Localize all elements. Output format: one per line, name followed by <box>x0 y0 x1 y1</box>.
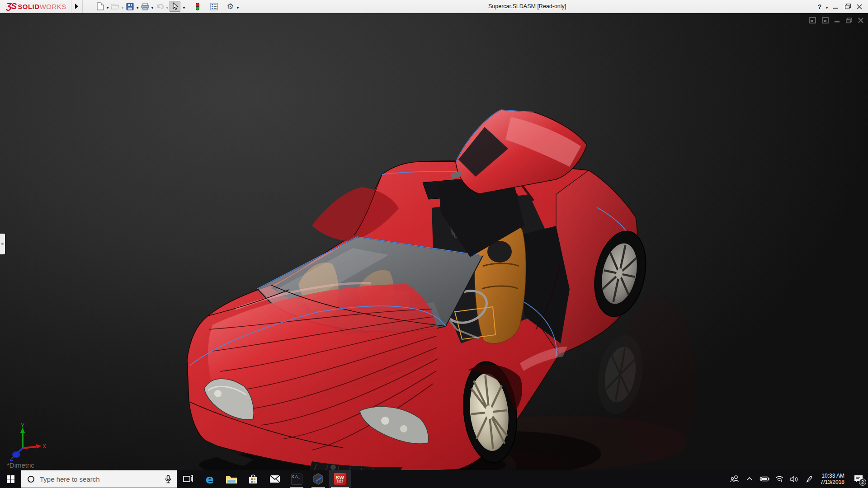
volume-button[interactable] <box>787 470 802 488</box>
printer-icon <box>141 2 150 11</box>
pen-button[interactable] <box>802 470 817 488</box>
featuremanager-collapsed-tab[interactable] <box>0 234 5 254</box>
window-controls: ? ▼ <box>816 0 865 13</box>
select-cursor-icon <box>170 2 179 11</box>
action-center-button[interactable]: 2 <box>849 470 868 488</box>
taskbar-search[interactable] <box>21 470 177 488</box>
dropdown-caret[interactable]: ▼ <box>151 6 154 9</box>
people-button[interactable] <box>727 470 742 488</box>
orientation-triad: Y X Z <box>9 422 47 461</box>
command-prompt-icon: C:\_ <box>291 474 302 485</box>
taskbar-item-visualize[interactable] <box>307 470 329 488</box>
options-button[interactable]: ⚙ ▼ <box>225 1 240 12</box>
select-tool-button[interactable] <box>170 1 180 12</box>
undo-button[interactable]: ▼ <box>155 1 170 12</box>
taskbar-item-file-explorer[interactable] <box>221 470 242 488</box>
title-bar: ƷS SOLID WORKS ▼ ▼ ▼ <box>0 0 868 13</box>
solidworks-logo: ƷS SOLID WORKS <box>6 1 66 11</box>
triad-z-label: Z <box>10 456 13 461</box>
clock-time: 10:33 AM <box>821 473 844 479</box>
network-button[interactable] <box>772 470 787 488</box>
windows-logo-icon <box>7 475 14 483</box>
graphics-viewport[interactable]: Y X Z *Dimetric <box>0 13 868 470</box>
battery-button[interactable] <box>757 470 772 488</box>
help-button[interactable]: ? <box>816 0 824 13</box>
people-icon <box>730 475 739 483</box>
supercar-3d-model[interactable] <box>0 13 868 470</box>
help-dropdown[interactable]: ▼ <box>824 0 830 13</box>
file-properties-button[interactable] <box>209 1 219 12</box>
taskbar-item-command-prompt[interactable]: C:\_ <box>286 470 307 488</box>
dropdown-caret[interactable]: ▼ <box>121 6 124 9</box>
dropdown-caret[interactable]: ▼ <box>136 6 139 9</box>
speaker-icon <box>790 476 798 483</box>
doc-minimize-icon[interactable] <box>835 18 840 23</box>
print-button[interactable]: ▼ <box>140 1 155 12</box>
rebuild-button[interactable] <box>193 1 203 12</box>
restore-icon <box>845 4 851 9</box>
logo-text-solid: SOLID <box>18 3 39 10</box>
window-title: Supercar.SLDASM [Read-only] <box>488 0 566 13</box>
battery-charging-icon <box>760 476 769 482</box>
view-orientation-label: *Dimetric <box>7 461 34 469</box>
task-view-button[interactable] <box>177 470 199 488</box>
open-document-button[interactable]: ▼ <box>110 1 125 12</box>
chevron-up-icon <box>746 477 753 481</box>
new-document-icon <box>96 2 105 11</box>
task-view-icon <box>183 475 193 483</box>
system-tray: 10:33 AM 7/13/2018 2 <box>727 470 868 488</box>
new-document-button[interactable]: ▼ <box>95 1 110 12</box>
dropdown-caret: ▼ <box>826 6 829 9</box>
triad-x-label: X <box>42 443 46 450</box>
menu-flyout-button[interactable] <box>71 0 83 13</box>
notification-badge: 2 <box>859 479 866 486</box>
save-floppy-icon <box>126 2 135 11</box>
solidworks-app-icon: SW 2017 <box>334 473 346 485</box>
quick-access-toolbar: ▼ ▼ ▼ ▼ ▼ <box>95 0 241 13</box>
visualize-hexagon-icon <box>312 473 324 485</box>
solidworks-window: ƷS SOLID WORKS ▼ ▼ ▼ <box>0 0 868 488</box>
restore-button[interactable] <box>842 0 854 13</box>
dropdown-caret: ▼ <box>182 6 185 9</box>
options-gear-icon: ⚙ <box>226 2 235 11</box>
store-icon <box>248 474 258 484</box>
logo-text-works: WORKS <box>40 3 66 10</box>
taskbar-item-solidworks[interactable]: SW 2017 <box>329 470 351 488</box>
close-button[interactable] <box>854 0 865 13</box>
doc-close-icon[interactable] <box>858 18 863 23</box>
file-explorer-icon <box>226 474 237 484</box>
clock-date: 7/13/2018 <box>821 479 844 485</box>
minimize-button[interactable] <box>830 0 842 13</box>
search-input[interactable] <box>40 475 165 483</box>
mail-icon <box>269 475 280 483</box>
edge-icon: e <box>206 473 214 485</box>
rebuild-traffic-light-icon <box>193 2 202 11</box>
dropdown-caret[interactable]: ▼ <box>166 6 169 9</box>
doc-restore-icon[interactable] <box>846 18 852 23</box>
save-button[interactable]: ▼ <box>125 1 140 12</box>
taskbar-item-mail[interactable] <box>264 470 286 488</box>
microphone-icon[interactable] <box>165 475 171 483</box>
document-window-icon[interactable] <box>809 17 816 23</box>
tray-overflow-button[interactable] <box>742 470 757 488</box>
file-properties-icon <box>209 2 218 11</box>
select-dropdown[interactable]: ▼ <box>180 1 186 12</box>
start-button[interactable] <box>0 470 21 488</box>
document-window-icon[interactable] <box>822 17 829 23</box>
dropdown-caret[interactable]: ▼ <box>236 6 239 9</box>
taskbar-item-edge[interactable]: e <box>199 470 221 488</box>
windows-taskbar: e <box>0 470 868 488</box>
open-folder-icon <box>111 2 120 11</box>
taskbar-clock[interactable]: 10:33 AM 7/13/2018 <box>817 473 849 485</box>
taskbar-item-store[interactable] <box>242 470 264 488</box>
wifi-icon <box>775 476 783 482</box>
dropdown-caret[interactable]: ▼ <box>106 6 109 9</box>
undo-arrow-icon <box>156 2 165 11</box>
pen-icon <box>806 475 813 483</box>
flyout-arrow-icon <box>75 4 78 9</box>
cortana-icon <box>28 476 34 483</box>
document-window-controls <box>809 17 863 23</box>
tab-dot-icon <box>1 243 4 245</box>
minimize-icon <box>833 4 839 9</box>
dassault-logo-icon: ƷS <box>6 1 16 11</box>
